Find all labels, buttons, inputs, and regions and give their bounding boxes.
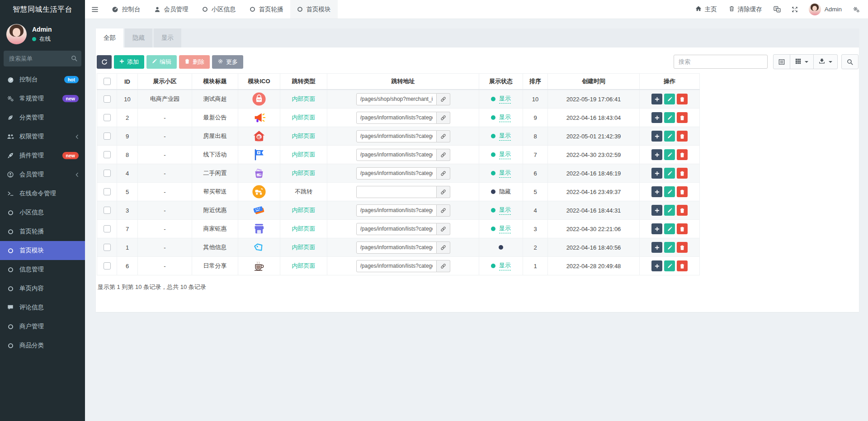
more-button[interactable]: 更多: [212, 55, 243, 69]
row-add-button[interactable]: [651, 242, 662, 253]
row-checkbox[interactable]: [104, 170, 111, 177]
status-toggle[interactable]: 显示: [491, 150, 511, 159]
status-toggle[interactable]: 显示: [491, 169, 511, 178]
row-edit-button[interactable]: [664, 168, 675, 179]
sidebar-item-comment[interactable]: 评论信息: [0, 298, 85, 317]
row-delete-button[interactable]: [677, 112, 688, 123]
row-edit-button[interactable]: [664, 112, 675, 123]
jump-url-input[interactable]: [356, 149, 437, 161]
status-toggle[interactable]: 隐藏: [491, 188, 511, 196]
row-edit-button[interactable]: [664, 223, 675, 234]
row-add-button[interactable]: [651, 223, 662, 234]
sidebar-item-merchant[interactable]: 商户管理: [0, 317, 85, 336]
status-toggle[interactable]: 显示: [491, 95, 511, 104]
open-link-button[interactable]: [437, 149, 450, 161]
refresh-button[interactable]: [97, 55, 112, 69]
sidebar-item-member[interactable]: 会员管理: [0, 165, 85, 184]
sidebar-item-banner[interactable]: 首页轮播: [0, 222, 85, 241]
sidebar-item-auth[interactable]: 权限管理: [0, 127, 85, 146]
topnav-item-dashboard[interactable]: 控制台: [105, 0, 147, 19]
row-edit-button[interactable]: [664, 260, 675, 271]
tab-all[interactable]: 全部: [96, 28, 123, 47]
search-toggle-button[interactable]: [841, 54, 859, 69]
settings-button[interactable]: [847, 0, 868, 19]
status-toggle[interactable]: 显示: [491, 261, 511, 270]
open-link-button[interactable]: [437, 112, 450, 124]
row-checkbox[interactable]: [104, 225, 111, 232]
row-checkbox[interactable]: [104, 132, 111, 140]
open-link-button[interactable]: [437, 204, 450, 217]
row-edit-button[interactable]: [664, 242, 675, 253]
jump-url-input[interactable]: [356, 241, 437, 254]
row-add-button[interactable]: [651, 131, 662, 142]
sidebar-item-page[interactable]: 单页内容: [0, 279, 85, 298]
row-delete-button[interactable]: [677, 205, 688, 216]
row-delete-button[interactable]: [677, 223, 688, 234]
topnav-item-community[interactable]: 小区信息: [195, 0, 243, 19]
menu-search-input[interactable]: [4, 51, 81, 66]
row-edit-button[interactable]: [664, 205, 675, 216]
topnav-home-link[interactable]: 主页: [689, 0, 723, 19]
row-delete-button[interactable]: [677, 131, 688, 142]
row-delete-button[interactable]: [677, 186, 688, 197]
status-toggle[interactable]: 显示: [491, 132, 511, 141]
row-delete-button[interactable]: [677, 149, 688, 160]
tab-visible[interactable]: 显示: [154, 28, 181, 47]
row-add-button[interactable]: [651, 94, 662, 104]
row-edit-button[interactable]: [664, 94, 675, 104]
jump-url-input[interactable]: [356, 130, 437, 142]
row-add-button[interactable]: [651, 260, 662, 271]
open-link-button[interactable]: [437, 223, 450, 235]
jump-url-input[interactable]: [356, 93, 437, 105]
open-link-button[interactable]: [437, 130, 450, 142]
clear-cache-link[interactable]: 清除缓存: [723, 0, 768, 19]
topnav-item-banner[interactable]: 首页轮播: [243, 0, 290, 19]
row-checkbox[interactable]: [104, 244, 111, 251]
row-delete-button[interactable]: [677, 168, 688, 179]
sidebar-item-community[interactable]: 小区信息: [0, 203, 85, 222]
add-button[interactable]: 添加: [114, 55, 144, 69]
fullscreen-button[interactable]: [786, 0, 803, 19]
jump-url-input[interactable]: [356, 204, 437, 217]
export-button[interactable]: [813, 54, 838, 69]
delete-button[interactable]: 删除: [179, 55, 210, 69]
jump-url-input[interactable]: [356, 186, 437, 198]
row-checkbox[interactable]: [104, 151, 111, 158]
row-checkbox[interactable]: [104, 188, 111, 195]
open-link-button[interactable]: [437, 241, 450, 254]
row-edit-button[interactable]: [664, 149, 675, 160]
table-search-input[interactable]: [674, 55, 768, 69]
translate-button[interactable]: 文A: [768, 0, 786, 19]
jump-url-input[interactable]: [356, 260, 437, 272]
edit-button[interactable]: 编辑: [146, 55, 177, 69]
open-link-button[interactable]: [437, 260, 450, 272]
status-toggle[interactable]: 显示: [491, 113, 511, 122]
sidebar-item-information[interactable]: 信息管理: [0, 260, 85, 279]
open-link-button[interactable]: [437, 167, 450, 180]
topnav-item-module[interactable]: 首页模块: [290, 0, 338, 19]
row-delete-button[interactable]: [677, 242, 688, 253]
row-add-button[interactable]: [651, 205, 662, 216]
row-checkbox[interactable]: [104, 95, 111, 103]
sidebar-item-goods[interactable]: 商品分类: [0, 336, 85, 355]
jump-url-input[interactable]: [356, 223, 437, 235]
open-link-button[interactable]: [437, 186, 450, 198]
sidebar-item-category[interactable]: 分类管理: [0, 108, 85, 127]
select-all-checkbox[interactable]: [104, 78, 111, 85]
row-delete-button[interactable]: [677, 94, 688, 104]
row-edit-button[interactable]: [664, 186, 675, 197]
sidebar-item-command[interactable]: 在线命令管理: [0, 184, 85, 203]
sidebar-item-addon[interactable]: 插件管理new: [0, 146, 85, 165]
sidebar-item-dashboard[interactable]: 控制台hot: [0, 70, 85, 89]
row-add-button[interactable]: [651, 168, 662, 179]
open-link-button[interactable]: [437, 93, 450, 105]
row-checkbox[interactable]: [104, 114, 111, 121]
row-checkbox[interactable]: [104, 207, 111, 214]
sidebar-item-general[interactable]: 常规管理new: [0, 89, 85, 108]
status-toggle[interactable]: 显示: [491, 224, 511, 233]
tab-hidden[interactable]: 隐藏: [125, 28, 152, 47]
jump-url-input[interactable]: [356, 112, 437, 124]
row-add-button[interactable]: [651, 186, 662, 197]
detail-view-button[interactable]: [773, 54, 790, 69]
topnav-item-member[interactable]: 会员管理: [147, 0, 195, 19]
